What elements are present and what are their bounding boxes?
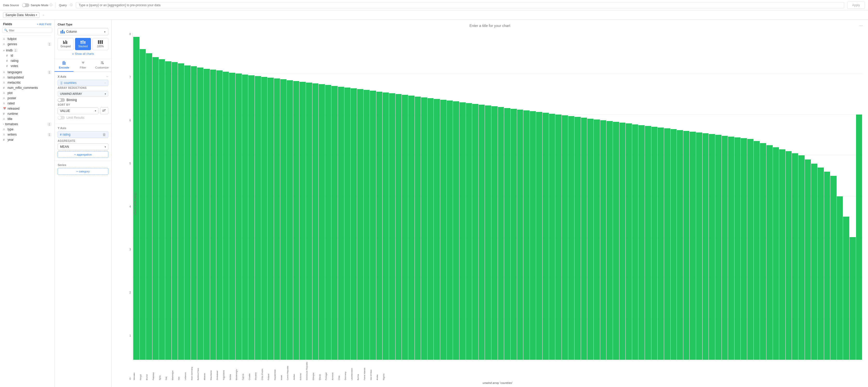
bar[interactable] — [165, 61, 172, 360]
bar[interactable] — [191, 66, 197, 360]
field-item-released[interactable]: 📅 released — [0, 106, 54, 111]
bar[interactable] — [632, 124, 639, 360]
bar[interactable] — [204, 69, 210, 360]
bar[interactable] — [229, 73, 235, 360]
field-item-year[interactable]: # year — [0, 137, 54, 142]
bar[interactable] — [376, 92, 382, 360]
bar[interactable] — [485, 106, 491, 360]
bar[interactable] — [498, 107, 504, 360]
bar[interactable] — [389, 93, 395, 360]
bar[interactable] — [274, 79, 280, 360]
bar[interactable] — [689, 132, 696, 360]
fields-search-box[interactable]: 🔍 — [2, 28, 52, 33]
bar[interactable] — [300, 82, 306, 360]
bar[interactable] — [523, 110, 530, 360]
bar[interactable] — [722, 136, 728, 360]
bar[interactable] — [683, 131, 689, 360]
field-item-lastupdated[interactable]: A lastupdated — [0, 75, 54, 80]
field-item-languages[interactable]: A languages [] — [0, 69, 54, 75]
field-item-runtime[interactable]: # runtime — [0, 111, 54, 116]
show-all-charts-link[interactable]: ∨ Show all charts — [58, 52, 108, 56]
bar[interactable] — [364, 90, 370, 360]
bar[interactable] — [344, 88, 351, 360]
bar[interactable] — [382, 92, 389, 360]
bar[interactable] — [370, 91, 376, 360]
bar[interactable] — [581, 118, 587, 360]
limit-toggle[interactable] — [58, 116, 65, 119]
bar[interactable] — [402, 95, 408, 360]
bar[interactable] — [325, 85, 332, 360]
bar[interactable] — [830, 176, 837, 360]
field-item-num-mflix-comments[interactable]: # num_mflix_comments — [0, 85, 54, 90]
tab-encode[interactable]: Encode — [55, 59, 73, 72]
field-item-fullplot[interactable]: A fullplot — [0, 36, 54, 41]
bar[interactable] — [504, 108, 510, 360]
chart-menu-button[interactable]: ··· — [860, 23, 863, 28]
field-item-type[interactable]: A type — [0, 127, 54, 132]
bar[interactable] — [140, 49, 146, 360]
chart-type-select[interactable]: Column ▾ — [58, 28, 108, 35]
field-item-poster[interactable]: A poster — [0, 96, 54, 101]
field-group-header-imdb[interactable]: ∨ imdb {} — [3, 48, 51, 53]
query-info-icon[interactable]: ⓘ — [70, 3, 73, 7]
bar[interactable] — [741, 138, 747, 360]
sample-mode-info-icon[interactable]: ⓘ — [50, 3, 53, 7]
bar[interactable] — [760, 143, 766, 360]
bar[interactable] — [696, 132, 702, 360]
bar[interactable] — [786, 151, 792, 360]
bar[interactable] — [568, 116, 575, 360]
stacked-variant-button[interactable]: Stacked — [75, 38, 91, 50]
chart-title-input[interactable] — [366, 24, 614, 28]
bar[interactable] — [728, 137, 734, 360]
toggle-track[interactable] — [22, 3, 29, 7]
bar[interactable] — [664, 128, 670, 360]
tab-filter[interactable]: Filter — [73, 59, 92, 72]
bar[interactable] — [805, 159, 811, 360]
bar[interactable] — [619, 123, 626, 360]
y-axis-field-chip[interactable]: # rating 🗑 — [58, 131, 108, 138]
bar[interactable] — [856, 115, 862, 360]
minimize-icon[interactable]: − — [104, 82, 106, 84]
bar[interactable] — [837, 196, 843, 360]
bar[interactable] — [517, 110, 523, 360]
bar[interactable] — [312, 83, 319, 360]
bar[interactable] — [587, 119, 593, 360]
bar[interactable] — [210, 69, 216, 360]
bar[interactable] — [255, 76, 261, 360]
bar[interactable] — [306, 83, 312, 360]
bar[interactable] — [351, 88, 357, 360]
bar[interactable] — [735, 138, 741, 360]
sort-direction-button[interactable] — [100, 107, 108, 114]
query-input[interactable] — [76, 2, 844, 8]
field-item-title[interactable]: A title — [0, 116, 54, 122]
bar[interactable] — [747, 139, 753, 360]
bar[interactable] — [600, 120, 607, 360]
bar[interactable] — [159, 59, 165, 360]
bar[interactable] — [824, 172, 830, 360]
add-field-button[interactable]: + Add Field — [37, 23, 51, 26]
bar[interactable] — [811, 163, 817, 360]
bar[interactable] — [357, 89, 363, 360]
x-axis-minimize-icon[interactable]: − — [106, 75, 108, 79]
bar[interactable] — [453, 101, 459, 360]
bar[interactable] — [197, 67, 204, 360]
apply-button[interactable]: Apply — [847, 2, 865, 9]
bar[interactable] — [472, 104, 478, 360]
bar[interactable] — [242, 75, 248, 360]
bar[interactable] — [530, 111, 536, 360]
field-item-plot[interactable]: A plot — [0, 90, 54, 96]
bar[interactable] — [421, 97, 427, 360]
bar[interactable] — [575, 117, 581, 360]
field-item-metacritic[interactable]: A metacritic — [0, 80, 54, 85]
field-item-writers[interactable]: A writers [] — [0, 132, 54, 137]
bar[interactable] — [798, 155, 805, 360]
bar[interactable] — [709, 134, 715, 360]
bar[interactable] — [396, 94, 402, 360]
bar[interactable] — [792, 153, 798, 360]
aggregate-select[interactable]: MEAN ▾ — [58, 143, 108, 150]
bar[interactable] — [613, 122, 619, 360]
field-item-tomatoes[interactable]: › tomatoes {} — [0, 122, 54, 127]
bar[interactable] — [645, 126, 651, 360]
bar[interactable] — [287, 80, 293, 360]
sample-mode-toggle[interactable]: Sample Mode ⓘ — [22, 3, 53, 7]
